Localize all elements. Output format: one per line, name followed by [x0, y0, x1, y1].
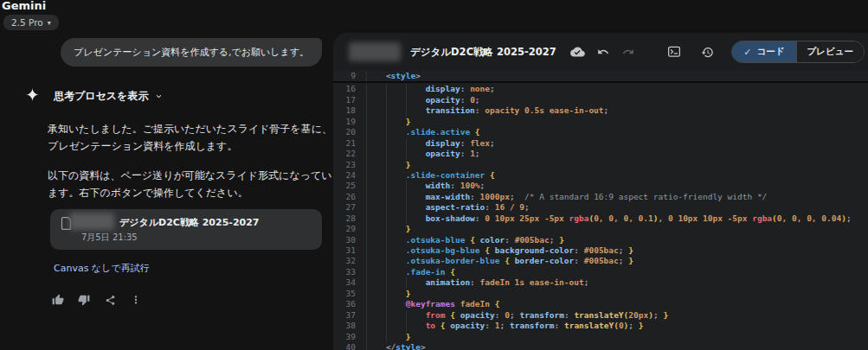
more-options-button[interactable] [126, 290, 145, 309]
code-line-29: 29} [333, 224, 868, 234]
app-title: Gemini [2, 0, 46, 12]
code-line-34: 34animation: fadeIn 1s ease-in-out; [333, 277, 868, 288]
thumbs-down-button[interactable] [74, 290, 93, 309]
code-line-31: 31.otsuka-bg-blue { background-color: #0… [333, 245, 868, 256]
model-label: 2.5 Pro [11, 17, 43, 28]
code-line-23: 23} [333, 160, 868, 170]
code-line-26: 26max-width: 1000px; /* A standard 16:9 … [333, 192, 868, 202]
check-icon: ✓ [743, 47, 751, 58]
code-lines: 16display: none;17opacity: 0;18transitio… [333, 83, 868, 350]
user-message-bubble: プレゼンテーション資料を作成する,でお願いします。 [61, 38, 322, 67]
code-line-9: 9<style> [333, 71, 868, 81]
code-line-24: 24.slide-container { [333, 170, 868, 181]
canvas-artifact-card[interactable]: デジタルD2C戦略 2025-2027 7月5日 21:35 [50, 209, 322, 250]
tab-code[interactable]: ✓ コード [732, 41, 795, 62]
tab-code-label: コード [757, 46, 785, 58]
code-line-18: 18transition: opacity 0.5s ease-in-out; [333, 105, 868, 116]
code-line-27: 27aspect-ratio: 16 / 9; [333, 202, 868, 213]
code-line-19: 19} [333, 117, 868, 127]
code-line-30: 30.otsuka-blue { color: #005bac; } [333, 235, 868, 245]
code-preview-toggle: ✓ コード プレビュー [731, 41, 865, 63]
assistant-paragraph-2: 以下の資料は、ページ送りが可能なスライド形式になってい ます。右下のボタンで操作… [48, 168, 333, 202]
code-line-16: 16display: none; [333, 84, 868, 94]
artifact-title: デジタルD2C戦略 2025-2027 [119, 216, 260, 229]
redacted-label [69, 213, 114, 230]
code-line-20: 20.slide.active { [333, 127, 868, 137]
code-editor[interactable]: 9<style> 16display: none;17opacity: 0;18… [333, 71, 868, 350]
chevron-down-icon [154, 92, 164, 101]
canvas-header: デジタルD2C戦略 2025-2027 ✓ コード [333, 33, 868, 71]
canvas-panel: デジタルD2C戦略 2025-2027 ✓ コード [333, 33, 868, 350]
model-selector[interactable]: 2.5 Pro ▾ [3, 15, 59, 30]
code-line-17: 17opacity: 0; [333, 95, 868, 105]
undo-button[interactable] [592, 41, 614, 63]
thinking-process-toggle[interactable]: 思考プロセスを表示 [54, 89, 164, 104]
user-message-text: プレゼンテーション資料を作成する,でお願いします。 [74, 47, 309, 58]
tab-preview-label: プレビュー [807, 46, 853, 58]
thumbs-up-button[interactable] [48, 290, 68, 309]
code-line-28: 28box-shadow: 0 10px 25px -5px rgba(0, 0… [333, 213, 868, 224]
canvas-title: デジタルD2C戦略 2025-2027 [410, 46, 556, 59]
response-actions [48, 290, 145, 309]
terminal-icon[interactable] [663, 41, 685, 63]
code-line-32: 32.otsuka-border-blue { border-color: #0… [333, 256, 868, 266]
gemini-sparkle-icon [25, 87, 40, 102]
retry-without-canvas-link[interactable]: Canvas なしで再試行 [54, 262, 150, 275]
code-line-38: 38to { opacity: 1; transform: translateY… [333, 321, 868, 331]
code-line-40: 40</style> [333, 342, 868, 350]
cloud-saved-icon[interactable] [567, 41, 589, 63]
chat-panel: Gemini 2.5 Pro ▾ プレゼンテーション資料を作成する,でお願いしま… [0, 0, 333, 350]
code-line-25: 25width: 100%; [333, 181, 868, 191]
tab-preview[interactable]: プレビュー [796, 41, 864, 62]
code-line-33: 33.fade-in { [333, 267, 868, 277]
code-line-39: 39} [333, 332, 868, 342]
sticky-scroll-line: 9<style> [333, 71, 868, 83]
artifact-timestamp: 7月5日 21:35 [81, 232, 138, 244]
code-line-36: 36@keyframes fadeIn { [333, 299, 868, 309]
redo-button[interactable] [617, 41, 640, 63]
code-line-21: 21display: flex; [333, 138, 868, 149]
code-line-37: 37from { opacity: 0; transform: translat… [333, 310, 868, 321]
code-line-22: 22opacity: 1; [333, 149, 868, 159]
code-line-35: 35} [333, 289, 868, 299]
assistant-paragraph-1: 承知いたしました。ご提示いただいたスライド骨子を基に、 プレゼンテーション資料を… [48, 121, 333, 156]
caret-down-icon: ▾ [48, 19, 51, 27]
history-icon[interactable] [696, 41, 718, 63]
share-button[interactable] [100, 290, 119, 309]
thinking-toggle-label: 思考プロセスを表示 [54, 89, 148, 104]
redacted-header-label [349, 42, 401, 61]
